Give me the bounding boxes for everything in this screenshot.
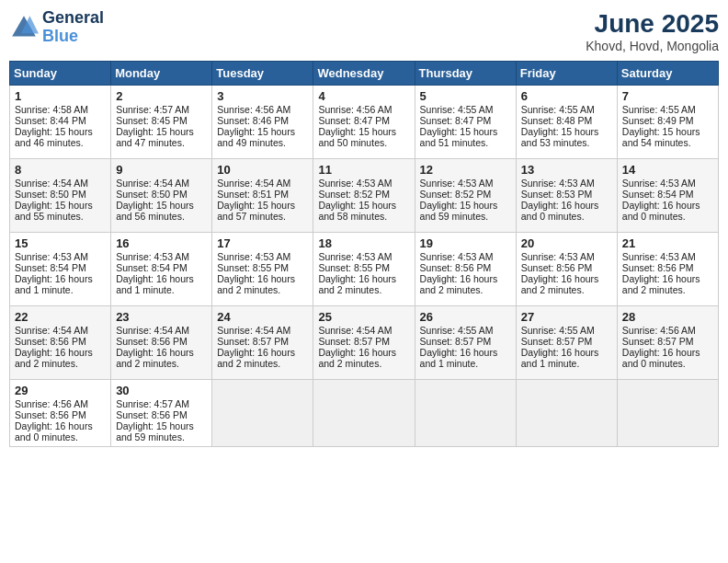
table-row: 27 Sunrise: 4:55 AM Sunset: 8:57 PM Dayl… [516, 306, 617, 380]
daylight-label: Daylight: 15 hours and 49 minutes. [217, 126, 295, 148]
table-row: 8 Sunrise: 4:54 AM Sunset: 8:50 PM Dayli… [10, 159, 111, 233]
day-number: 15 [15, 236, 106, 250]
header-wednesday: Wednesday [313, 62, 415, 86]
sunrise-label: Sunrise: 4:53 AM [521, 251, 595, 262]
table-row: 23 Sunrise: 4:54 AM Sunset: 8:56 PM Dayl… [111, 306, 212, 380]
header-saturday: Saturday [617, 62, 718, 86]
table-row [313, 380, 415, 447]
daylight-label: Daylight: 16 hours and 0 minutes. [622, 200, 700, 222]
day-number: 4 [318, 89, 409, 103]
daylight-label: Daylight: 15 hours and 54 minutes. [622, 126, 700, 148]
daylight-label: Daylight: 16 hours and 1 minute. [15, 273, 93, 295]
sunrise-label: Sunrise: 4:55 AM [420, 325, 494, 336]
sunrise-label: Sunrise: 4:53 AM [318, 251, 392, 262]
daylight-label: Daylight: 16 hours and 0 minutes. [15, 420, 93, 442]
daylight-label: Daylight: 16 hours and 1 minute. [521, 347, 599, 369]
daylight-label: Daylight: 16 hours and 2 minutes. [217, 273, 295, 295]
daylight-label: Daylight: 15 hours and 47 minutes. [116, 126, 194, 148]
sunset-label: Sunset: 8:52 PM [420, 189, 492, 200]
sunset-label: Sunset: 8:47 PM [420, 115, 492, 126]
daylight-label: Daylight: 15 hours and 46 minutes. [15, 126, 93, 148]
table-row: 5 Sunrise: 4:55 AM Sunset: 8:47 PM Dayli… [415, 86, 516, 159]
daylight-label: Daylight: 15 hours and 59 minutes. [116, 420, 194, 442]
table-row [415, 380, 516, 447]
sunset-label: Sunset: 8:54 PM [116, 262, 188, 273]
sunset-label: Sunset: 8:50 PM [116, 189, 188, 200]
daylight-label: Daylight: 16 hours and 2 minutes. [420, 273, 498, 295]
sunset-label: Sunset: 8:44 PM [15, 115, 86, 126]
daylight-label: Daylight: 16 hours and 2 minutes. [622, 273, 700, 295]
header-friday: Friday [516, 62, 617, 86]
table-row [212, 380, 313, 447]
sunset-label: Sunset: 8:49 PM [622, 115, 694, 126]
daylight-label: Daylight: 15 hours and 59 minutes. [420, 200, 498, 222]
sunrise-label: Sunrise: 4:58 AM [15, 104, 88, 115]
table-row: 12 Sunrise: 4:53 AM Sunset: 8:52 PM Dayl… [415, 159, 516, 233]
sunset-label: Sunset: 8:57 PM [622, 336, 694, 347]
sunset-label: Sunset: 8:56 PM [116, 336, 188, 347]
month-title: June 2025 [586, 9, 719, 39]
calendar-week-1: 1 Sunrise: 4:58 AM Sunset: 8:44 PM Dayli… [10, 86, 719, 159]
logo-text: General Blue [42, 9, 104, 46]
calendar-table: Sunday Monday Tuesday Wednesday Thursday… [9, 61, 719, 447]
daylight-label: Daylight: 15 hours and 53 minutes. [521, 126, 599, 148]
daylight-label: Daylight: 16 hours and 0 minutes. [622, 347, 700, 369]
table-row: 16 Sunrise: 4:53 AM Sunset: 8:54 PM Dayl… [111, 233, 212, 306]
header-monday: Monday [111, 62, 212, 86]
sunrise-label: Sunrise: 4:54 AM [318, 325, 392, 336]
logo: General Blue [9, 9, 104, 46]
sunrise-label: Sunrise: 4:53 AM [318, 178, 392, 189]
table-row: 18 Sunrise: 4:53 AM Sunset: 8:55 PM Dayl… [313, 233, 415, 306]
sunset-label: Sunset: 8:53 PM [521, 189, 593, 200]
daylight-label: Daylight: 16 hours and 0 minutes. [521, 200, 599, 222]
sunrise-label: Sunrise: 4:54 AM [116, 178, 189, 189]
sunset-label: Sunset: 8:57 PM [318, 336, 390, 347]
daylight-label: Daylight: 16 hours and 2 minutes. [116, 347, 194, 369]
table-row: 1 Sunrise: 4:58 AM Sunset: 8:44 PM Dayli… [10, 86, 111, 159]
sunset-label: Sunset: 8:57 PM [420, 336, 492, 347]
sunrise-label: Sunrise: 4:53 AM [420, 251, 494, 262]
day-number: 20 [521, 236, 612, 250]
header-thursday: Thursday [415, 62, 516, 86]
sunset-label: Sunset: 8:50 PM [15, 189, 86, 200]
table-row: 14 Sunrise: 4:53 AM Sunset: 8:54 PM Dayl… [617, 159, 718, 233]
sunrise-label: Sunrise: 4:55 AM [622, 104, 696, 115]
sunrise-label: Sunrise: 4:54 AM [15, 325, 88, 336]
sunrise-label: Sunrise: 4:56 AM [217, 104, 290, 115]
sunrise-label: Sunrise: 4:54 AM [116, 325, 189, 336]
sunset-label: Sunset: 8:48 PM [521, 115, 593, 126]
table-row: 10 Sunrise: 4:54 AM Sunset: 8:51 PM Dayl… [212, 159, 313, 233]
sunrise-label: Sunrise: 4:54 AM [15, 178, 88, 189]
table-row: 24 Sunrise: 4:54 AM Sunset: 8:57 PM Dayl… [212, 306, 313, 380]
sunset-label: Sunset: 8:56 PM [521, 262, 593, 273]
sunrise-label: Sunrise: 4:55 AM [420, 104, 494, 115]
sunrise-label: Sunrise: 4:54 AM [217, 178, 290, 189]
day-number: 16 [116, 236, 207, 250]
sunset-label: Sunset: 8:54 PM [622, 189, 694, 200]
table-row: 26 Sunrise: 4:55 AM Sunset: 8:57 PM Dayl… [415, 306, 516, 380]
daylight-label: Daylight: 16 hours and 2 minutes. [318, 273, 396, 295]
table-row: 13 Sunrise: 4:53 AM Sunset: 8:53 PM Dayl… [516, 159, 617, 233]
location: Khovd, Hovd, Mongolia [586, 39, 719, 53]
sunrise-label: Sunrise: 4:53 AM [622, 251, 696, 262]
day-number: 3 [217, 89, 308, 103]
day-number: 24 [217, 310, 308, 324]
table-row [516, 380, 617, 447]
table-row: 15 Sunrise: 4:53 AM Sunset: 8:54 PM Dayl… [10, 233, 111, 306]
daylight-label: Daylight: 15 hours and 55 minutes. [15, 200, 93, 222]
sunset-label: Sunset: 8:55 PM [318, 262, 390, 273]
day-number: 1 [15, 89, 106, 103]
day-number: 5 [420, 89, 511, 103]
calendar-header: Sunday Monday Tuesday Wednesday Thursday… [10, 62, 719, 86]
page: General Blue June 2025 Khovd, Hovd, Mong… [0, 0, 728, 563]
table-row [617, 380, 718, 447]
sunset-label: Sunset: 8:57 PM [217, 336, 289, 347]
header: General Blue June 2025 Khovd, Hovd, Mong… [9, 9, 719, 53]
day-number: 19 [420, 236, 511, 250]
day-number: 12 [420, 163, 511, 177]
day-number: 14 [622, 163, 713, 177]
day-number: 18 [318, 236, 409, 250]
table-row: 20 Sunrise: 4:53 AM Sunset: 8:56 PM Dayl… [516, 233, 617, 306]
day-number: 26 [420, 310, 511, 324]
table-row: 7 Sunrise: 4:55 AM Sunset: 8:49 PM Dayli… [617, 86, 718, 159]
